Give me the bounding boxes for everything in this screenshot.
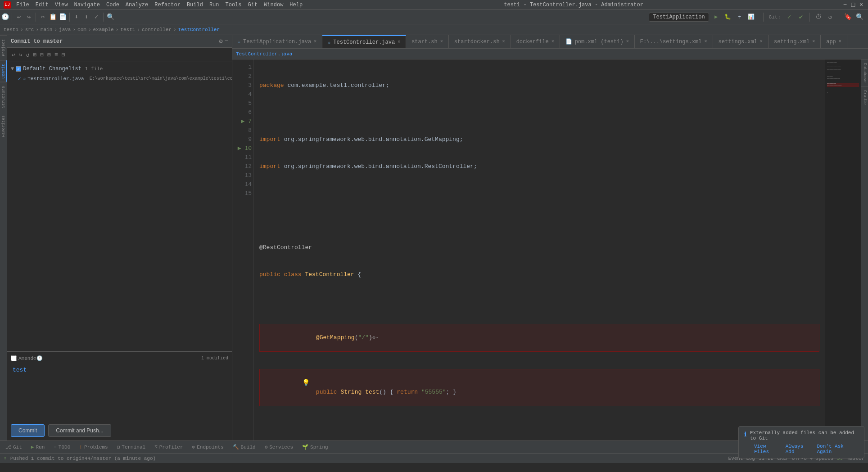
menu-file[interactable]: File: [14, 1, 32, 9]
paste-icon[interactable]: 📄: [58, 12, 68, 22]
commit-message-input[interactable]: test: [11, 365, 228, 419]
commit-collapse-icon[interactable]: −: [225, 37, 228, 45]
changelist-file-item[interactable]: ✓ ☕ TestController.java E:\workspace\tes…: [7, 74, 232, 83]
undo-icon[interactable]: ↩: [14, 12, 24, 22]
close-tab-tc[interactable]: ×: [398, 40, 400, 45]
cut-icon[interactable]: ✂: [38, 12, 48, 22]
close-button[interactable]: ×: [858, 2, 864, 8]
maximize-button[interactable]: □: [850, 2, 856, 8]
close-tab-t1a[interactable]: ×: [314, 39, 316, 44]
coverage-button[interactable]: ☂: [735, 13, 744, 22]
tool-run[interactable]: ▶ Run: [29, 443, 46, 451]
tool-todo[interactable]: ≡ TODO: [52, 444, 72, 451]
recent-files-icon[interactable]: 🕐: [0, 12, 10, 22]
amend-checkbox[interactable]: [11, 355, 17, 361]
minimize-button[interactable]: −: [842, 2, 848, 8]
close-tab-df[interactable]: ×: [552, 39, 554, 44]
sidebar-item-commit[interactable]: Commit: [0, 60, 7, 82]
breadcrumb-java[interactable]: java: [59, 27, 71, 32]
sidebar-item-structure[interactable]: Structure: [0, 82, 7, 112]
code-content[interactable]: package com.example.test1.controller; im…: [254, 59, 825, 440]
tab-startdocker[interactable]: startdocker.sh ×: [449, 35, 511, 49]
run-button[interactable]: ▶: [712, 13, 721, 22]
close-tab-sg[interactable]: ×: [812, 39, 815, 44]
redo-icon[interactable]: ↪: [24, 12, 34, 22]
tool-git[interactable]: ⎇ Git: [4, 443, 24, 451]
menu-git[interactable]: Git: [245, 1, 261, 9]
tab-test1application[interactable]: ☕ Test1Application.java ×: [232, 35, 322, 49]
git-check-icon[interactable]: ✔: [796, 12, 806, 22]
close-tab-ssh[interactable]: ×: [440, 39, 443, 44]
tab-dockerfile[interactable]: dockerfile ×: [511, 35, 560, 49]
sidebar-item-gradle[interactable]: Gradle: [861, 86, 868, 108]
tab-pom[interactable]: 📄 pom.xml (test1) ×: [560, 35, 635, 49]
tool-build[interactable]: 🔨 Build: [231, 443, 258, 451]
tab-testcontroller[interactable]: ☕ TestController.java ×: [322, 35, 406, 49]
close-tab-app[interactable]: ×: [839, 39, 841, 44]
run-config-selector[interactable]: Test1Application: [649, 13, 709, 22]
find-icon[interactable]: 🔍: [854, 12, 864, 22]
tab-setting[interactable]: setting.xml ×: [769, 35, 821, 49]
breadcrumb-src[interactable]: src: [25, 27, 34, 32]
debug-button[interactable]: 🐛: [723, 13, 732, 22]
menu-analyze[interactable]: Analyze: [123, 1, 151, 9]
tool-profiler[interactable]: ⌥ Profiler: [153, 443, 185, 451]
menu-code[interactable]: Code: [104, 1, 122, 9]
code-scroll-area[interactable]: 1 2 3 4 5 6 ▶ 7 8 9 ▶ 10 11 12 13 14 15: [232, 59, 825, 440]
tool-services[interactable]: ⚙ Services: [263, 443, 295, 451]
vcs-commit-icon[interactable]: ✓: [91, 12, 101, 22]
menu-refactor[interactable]: Refactor: [152, 1, 183, 9]
undo-commit-icon[interactable]: ↩: [11, 50, 16, 59]
filter-icon[interactable]: ⊟: [61, 50, 66, 59]
breadcrumb-testcontroller[interactable]: TestController: [178, 27, 220, 32]
breadcrumb-example[interactable]: example: [93, 27, 114, 32]
menu-tools[interactable]: Tools: [223, 1, 244, 9]
breadcrumb-test1[interactable]: test1: [4, 27, 18, 32]
tab-start-sh[interactable]: start.sh ×: [406, 35, 449, 49]
changelist-header[interactable]: ▼ ✓ Default Changelist 1 file: [7, 64, 232, 74]
group-icon[interactable]: ⊞: [46, 50, 52, 59]
tool-terminal[interactable]: ⊟ Terminal: [115, 443, 147, 451]
history-icon[interactable]: ⏱: [814, 12, 823, 22]
tool-problems[interactable]: ! Problems: [77, 444, 109, 451]
file-check[interactable]: ✓: [18, 76, 21, 82]
menu-window[interactable]: Window: [261, 1, 286, 9]
sidebar-item-project[interactable]: Project: [0, 35, 7, 60]
menu-navigate[interactable]: Navigate: [71, 1, 103, 9]
redo-commit-icon[interactable]: ↪: [18, 50, 23, 59]
git-ok-icon[interactable]: ✓: [784, 12, 794, 22]
tool-endpoints[interactable]: ⊕ Endpoints: [190, 443, 226, 451]
commit-button[interactable]: Commit: [11, 424, 45, 437]
breadcrumb-test1-2[interactable]: test1: [120, 27, 135, 32]
menu-help[interactable]: Help: [287, 1, 305, 9]
close-tab-se[interactable]: ×: [705, 39, 707, 44]
settings-icon-2[interactable]: ⚙: [33, 355, 36, 361]
breadcrumb-controller[interactable]: controller: [142, 27, 172, 32]
menu-view[interactable]: View: [52, 1, 71, 9]
profile-button[interactable]: 📊: [747, 13, 756, 22]
sidebar-item-favorites[interactable]: Favorites: [0, 112, 7, 141]
rollback-icon[interactable]: ↺: [825, 12, 835, 22]
tab-app[interactable]: app ×: [821, 35, 847, 49]
search-everywhere-icon[interactable]: 🔍: [105, 12, 115, 22]
close-tab-sd[interactable]: ×: [502, 39, 505, 44]
close-tab-s[interactable]: ×: [760, 39, 763, 44]
copy-icon[interactable]: 📋: [48, 12, 58, 22]
sort-icon[interactable]: ≡: [54, 50, 59, 59]
close-tab-pom[interactable]: ×: [626, 39, 629, 44]
history-icon-2[interactable]: 🕐: [36, 355, 43, 361]
tab-settings[interactable]: settings.xml ×: [713, 35, 769, 49]
notification-dont-ask-link[interactable]: Don't Ask Again: [817, 444, 859, 454]
breadcrumb-com[interactable]: com: [77, 27, 86, 32]
vcs-push-icon[interactable]: ⬆: [81, 12, 91, 22]
breadcrumb-main[interactable]: main: [41, 27, 52, 32]
amend-label[interactable]: Amend: [11, 355, 33, 361]
menu-edit[interactable]: Edit: [33, 1, 51, 9]
expand-all-icon[interactable]: ⊞: [32, 50, 37, 59]
menu-run[interactable]: Run: [207, 1, 222, 9]
notification-view-files-link[interactable]: View Files: [754, 444, 782, 454]
collapse-all-icon[interactable]: ⊟: [39, 50, 45, 59]
tool-spring[interactable]: 🌱 Spring: [300, 443, 330, 451]
notification-always-add-link[interactable]: Always Add: [786, 444, 814, 454]
tab-settings-ext[interactable]: E:\...\settings.xml ×: [635, 35, 713, 49]
